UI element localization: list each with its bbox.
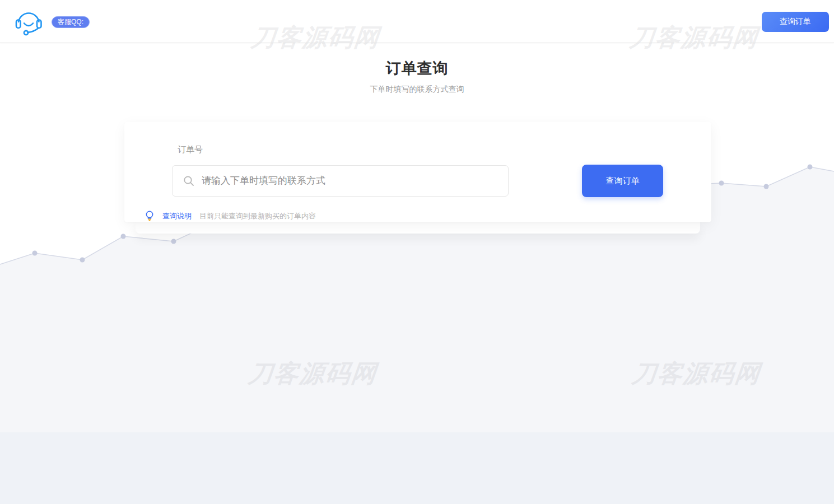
service-qq-badge: 客服QQ:	[52, 16, 90, 28]
headset-logo-icon[interactable]	[13, 6, 44, 36]
watermark: 刀客源码网	[630, 357, 762, 390]
card-query-order-button[interactable]: 查询订单	[582, 165, 663, 197]
contact-search-input[interactable]	[172, 165, 509, 197]
order-number-label: 订单号	[178, 144, 203, 155]
search-field-wrapper	[172, 165, 509, 197]
header-query-order-button[interactable]: 查询订单	[762, 12, 829, 32]
query-tip-text: 目前只能查询到最新购买的订单内容	[199, 211, 316, 221]
order-query-card: 订单号 查询订单 查询说明 目前只能查询到最新购买的订单内容	[124, 122, 711, 222]
query-instructions-link[interactable]: 查询说明	[162, 211, 192, 221]
lightbulb-icon	[145, 211, 154, 222]
card-stack-strip	[136, 222, 700, 234]
footer-band	[0, 432, 834, 504]
page-title: 订单查询	[0, 58, 834, 78]
watermark: 刀客源码网	[246, 357, 379, 390]
query-tip-row: 查询说明 目前只能查询到最新购买的订单内容	[145, 211, 316, 222]
page-subtitle: 下单时填写的联系方式查询	[0, 85, 834, 95]
header: 客服QQ: 查询订单	[0, 0, 834, 43]
